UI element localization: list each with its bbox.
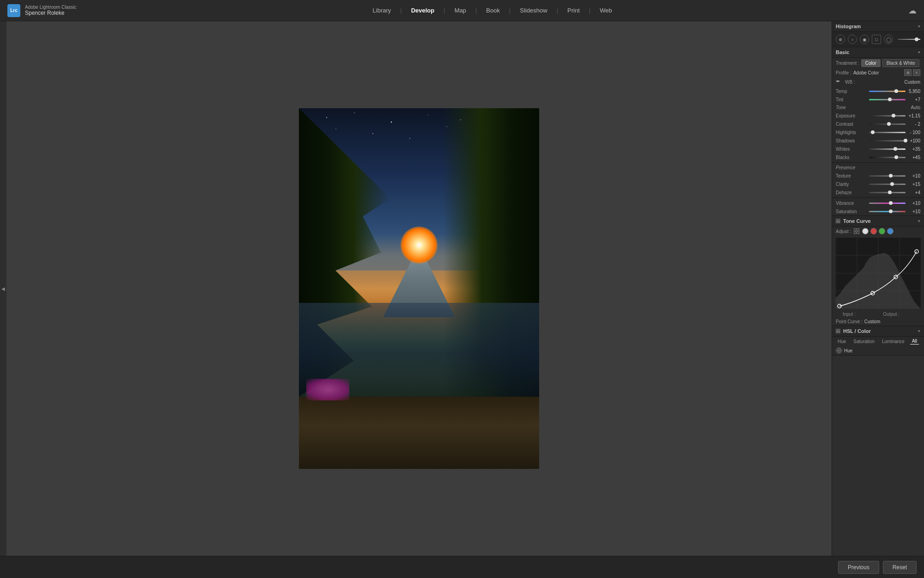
exposure-slider-row: Exposure +1.15	[832, 111, 924, 120]
temp-value: 5,950	[907, 89, 920, 94]
photo-area	[6, 21, 832, 556]
highlights-value: - 100	[907, 130, 920, 135]
tc-blue-channel[interactable]	[887, 228, 894, 234]
tc-red-channel[interactable]	[870, 228, 877, 234]
tint-thumb[interactable]	[888, 98, 892, 101]
bottom-bar: Previous Reset	[0, 556, 924, 578]
clarity-slider-track[interactable]	[869, 184, 906, 185]
wb-row: ✒ WB : Custom	[832, 77, 924, 87]
brush-size-container	[898, 39, 920, 40]
dehaze-thumb[interactable]	[888, 191, 892, 194]
nav-book[interactable]: Book	[480, 5, 506, 16]
profile-label: Profile :	[836, 70, 851, 75]
left-panel-toggle[interactable]: ◀	[0, 21, 6, 556]
nav-web[interactable]: Web	[593, 5, 619, 16]
texture-thumb[interactable]	[889, 174, 893, 178]
saturation-slider-track[interactable]	[869, 211, 906, 212]
vibrance-slider-track[interactable]	[869, 203, 906, 204]
tone-sub-header: Tone Auto	[832, 104, 924, 111]
contrast-thumb[interactable]	[887, 122, 891, 126]
dehaze-slider-track[interactable]	[869, 192, 906, 193]
dehaze-value: +4	[907, 190, 920, 195]
hsl-title: HSL / Color	[843, 328, 871, 334]
nav-library[interactable]: Library	[366, 5, 398, 16]
vibrance-value: +10	[907, 201, 920, 206]
panel-spacer	[832, 356, 924, 556]
topbar-nav: Library | Develop | Map | Book | Slidesh…	[366, 5, 619, 16]
graduated-filter-tool[interactable]: □	[872, 35, 881, 44]
hsl-header[interactable]: — HSL / Color ▾	[832, 326, 924, 337]
basic-title: Basic	[836, 49, 849, 55]
highlights-slider-track[interactable]	[869, 132, 906, 133]
tone-curve-minimize-btn[interactable]: —	[836, 219, 840, 223]
blacks-label: Blacks	[836, 155, 867, 160]
nav-print[interactable]: Print	[561, 5, 586, 16]
saturation-thumb[interactable]	[889, 209, 893, 213]
clarity-label: Clarity	[836, 182, 867, 187]
lrc-logo: Lrc	[7, 4, 20, 17]
temp-slider-row: Temp 5,950	[832, 87, 924, 95]
texture-value: +10	[907, 173, 920, 178]
radial-filter-tool[interactable]: ◯	[884, 35, 893, 44]
hsl-tab-hue[interactable]: Hue	[836, 338, 848, 344]
tc-green-channel[interactable]	[879, 228, 885, 234]
profile-list-btn[interactable]: ≡	[913, 69, 920, 76]
hsl-minimize-btn[interactable]: —	[836, 329, 840, 333]
point-curve-value[interactable]: Custom	[864, 319, 880, 324]
tc-target-icon[interactable]	[854, 228, 859, 234]
previous-button[interactable]: Previous	[838, 561, 879, 574]
shadows-thumb[interactable]	[904, 139, 907, 142]
exposure-value: +1.15	[907, 113, 920, 118]
brush-size-slider[interactable]	[898, 39, 920, 40]
eyedropper-icon[interactable]: ✒	[836, 78, 843, 86]
point-curve-label: Point Curve :	[836, 319, 863, 324]
hsl-tab-luminance[interactable]: Luminance	[880, 338, 906, 344]
app-title-block: Adobe Lightroom Classic Spencer Roleke	[25, 5, 76, 16]
exposure-thumb[interactable]	[892, 114, 895, 117]
svg-marker-24	[836, 253, 921, 309]
nav-slideshow[interactable]: Slideshow	[513, 5, 553, 16]
vibrance-thumb[interactable]	[889, 201, 893, 205]
treatment-bw-btn[interactable]: Black & White	[882, 59, 919, 67]
highlights-thumb[interactable]	[871, 130, 875, 134]
cloud-icon[interactable]: ☁	[908, 6, 917, 16]
clarity-slider-row: Clarity +15	[832, 180, 924, 188]
shadows-slider-row: Shadows +100	[832, 136, 924, 145]
blacks-thumb[interactable]	[894, 155, 898, 159]
crop-tool[interactable]: ⊕	[836, 35, 845, 44]
whites-slider-track[interactable]	[869, 148, 906, 150]
wb-label: WB :	[845, 80, 855, 85]
texture-slider-track[interactable]	[869, 175, 906, 177]
brush-size-thumb[interactable]	[915, 37, 918, 41]
heal-tool[interactable]: ○	[848, 35, 857, 44]
blacks-slider-track[interactable]	[869, 157, 906, 158]
contrast-value: - 2	[907, 122, 920, 127]
tone-curve-canvas[interactable]	[836, 238, 921, 309]
temp-thumb[interactable]	[894, 89, 898, 93]
exposure-slider-track[interactable]	[869, 115, 906, 117]
tc-white-channel[interactable]	[862, 228, 869, 234]
histogram-header[interactable]: Histogram ▾	[832, 21, 924, 32]
hsl-target-icon[interactable]	[836, 347, 842, 354]
tone-curve-header[interactable]: — Tone Curve ▾	[832, 216, 924, 227]
tint-slider-track[interactable]	[869, 99, 906, 100]
basic-header[interactable]: Basic ▾	[832, 47, 924, 58]
nav-map[interactable]: Map	[448, 5, 473, 16]
shadows-slider-track[interactable]	[869, 140, 906, 141]
exposure-label: Exposure	[836, 113, 867, 118]
tone-auto[interactable]: Auto	[911, 105, 920, 110]
reset-button[interactable]: Reset	[883, 561, 917, 574]
treatment-color-btn[interactable]: Color	[861, 59, 881, 67]
hsl-tab-saturation[interactable]: Saturation	[851, 338, 876, 344]
hsl-tab-all[interactable]: All	[910, 338, 919, 344]
histogram-title: Histogram	[836, 24, 861, 29]
contrast-slider-track[interactable]	[869, 123, 906, 125]
nav-develop[interactable]: Develop	[405, 5, 441, 16]
clarity-thumb[interactable]	[890, 182, 894, 186]
tint-slider-row: Tint +7	[832, 95, 924, 104]
temp-slider-track[interactable]	[869, 91, 906, 92]
redeye-tool[interactable]: ◉	[860, 35, 869, 44]
profile-grid-btn[interactable]: ⊞	[904, 69, 912, 76]
hsl-hue-label: Hue	[844, 348, 852, 353]
whites-thumb[interactable]	[894, 147, 897, 151]
